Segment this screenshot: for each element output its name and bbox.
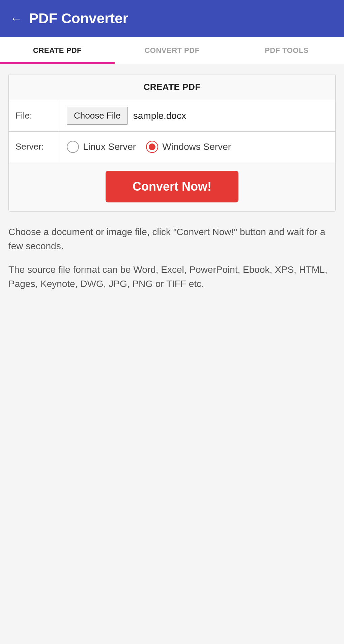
- server-row: Server: Linux Server: [9, 132, 335, 162]
- server-label: Server:: [9, 132, 59, 162]
- windows-server-label: Windows Server: [162, 141, 231, 152]
- server-radio-group: Linux Server Windows Server: [67, 141, 231, 153]
- linux-radio-button[interactable]: [67, 141, 79, 153]
- description-section: Choose a document or image file, click "…: [8, 222, 336, 304]
- file-name-display: sample.docx: [133, 110, 186, 121]
- file-label: File:: [9, 100, 59, 131]
- create-pdf-form-card: CREATE PDF File: Choose File sample.docx…: [8, 74, 336, 212]
- main-content: CREATE PDF File: Choose File sample.docx…: [0, 64, 344, 314]
- tab-bar: CREATE PDF CONVERT PDF PDF TOOLS: [0, 37, 344, 64]
- description-line1: Choose a document or image file, click "…: [8, 225, 336, 253]
- linux-server-label: Linux Server: [83, 141, 136, 152]
- app-title: PDF Converter: [29, 10, 128, 27]
- form-card-header: CREATE PDF: [9, 74, 335, 100]
- back-icon[interactable]: ←: [10, 12, 22, 25]
- tab-pdf-tools[interactable]: PDF TOOLS: [229, 37, 344, 64]
- choose-file-button[interactable]: Choose File: [67, 107, 128, 125]
- description-line2: The source file format can be Word, Exce…: [8, 263, 336, 291]
- windows-server-option[interactable]: Windows Server: [146, 141, 231, 153]
- windows-radio-inner: [149, 143, 155, 150]
- tab-convert-pdf[interactable]: CONVERT PDF: [115, 37, 229, 64]
- file-input-cell: Choose File sample.docx: [59, 100, 335, 131]
- convert-button-row: Convert Now!: [9, 162, 335, 211]
- windows-radio-button[interactable]: [146, 141, 158, 153]
- form-card-title: CREATE PDF: [143, 82, 200, 92]
- app-header: ← PDF Converter: [0, 0, 344, 37]
- file-row: File: Choose File sample.docx: [9, 100, 335, 132]
- linux-server-option[interactable]: Linux Server: [67, 141, 136, 153]
- server-input-cell: Linux Server Windows Server: [59, 134, 335, 160]
- convert-now-button[interactable]: Convert Now!: [106, 171, 238, 202]
- tab-create-pdf[interactable]: CREATE PDF: [0, 37, 115, 64]
